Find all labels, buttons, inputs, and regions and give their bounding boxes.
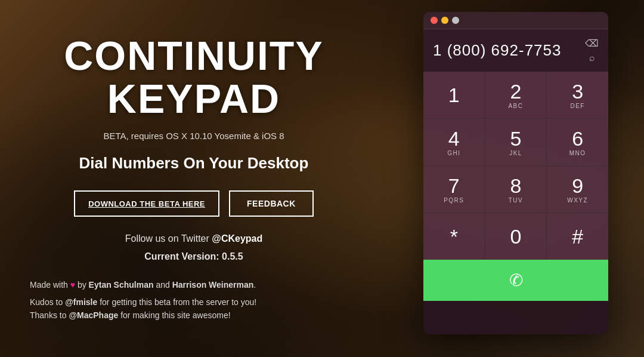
feedback-button[interactable]: FEEDBACK: [229, 190, 314, 217]
left-panel: CONTINUITY KEYPAD BETA, requires OS X 10…: [0, 0, 388, 357]
key-number-3: 3: [572, 81, 583, 101]
key-number-0: 0: [510, 226, 522, 247]
close-button-dot[interactable]: [431, 17, 438, 24]
kudos-handle2: @MacPhage: [69, 310, 118, 320]
subtitle-text: BETA, requires OS X 10.10 Yosemite & iOS…: [103, 131, 284, 141]
zoom-button-dot[interactable]: [452, 17, 459, 24]
author2: Harrison Weinerman: [172, 280, 254, 290]
action-buttons: DOWNLOAD THE BETA HERE FEEDBACK: [74, 190, 314, 217]
made-with-prefix: Made with: [30, 280, 70, 290]
window-titlebar: [423, 12, 608, 29]
key-letters-2: ABC: [508, 103, 523, 109]
twitter-handle: @CKeypad: [212, 233, 262, 244]
phone-number-bar: 1 (800) 692-7753 ⌫ ⌕: [423, 29, 608, 72]
key-*[interactable]: *: [423, 213, 485, 260]
key-number-4: 4: [448, 128, 460, 149]
key-letters-5: JKL: [509, 150, 522, 156]
heart-icon: ♥: [70, 280, 75, 290]
key-2[interactable]: 2ABC: [485, 72, 547, 118]
credits-text: Made with ♥ by Eytan Schulman and Harris…: [24, 280, 364, 290]
key-number-9: 9: [572, 176, 583, 196]
key-number-8: 8: [510, 176, 522, 196]
key-letters-3: DEF: [570, 103, 585, 109]
twitter-prefix: Follow us on Twitter: [125, 233, 212, 244]
twitter-follow-text: Follow us on Twitter @CKeypad: [125, 233, 263, 244]
key-3[interactable]: 3DEF: [547, 72, 608, 118]
key-1[interactable]: 1: [423, 72, 485, 118]
phone-action-icons: ⌫ ⌕: [585, 38, 599, 63]
key-6[interactable]: 6MNO: [547, 119, 608, 165]
key-number-5: 5: [510, 128, 522, 149]
key-letters-4: GHI: [447, 150, 460, 156]
phone-number-display: 1 (800) 692-7753: [433, 41, 561, 60]
key-5[interactable]: 5JKL: [485, 119, 547, 165]
kudos-prefix2: Thanks to: [30, 310, 69, 320]
version-text: Current Version: 0.5.5: [144, 251, 243, 262]
key-number-6: 6: [572, 128, 583, 149]
made-with-suffix: by: [75, 280, 89, 290]
backspace-icon[interactable]: ⌫: [585, 38, 599, 49]
kudos-text: Kudos to @fmisle for getting this beta f…: [24, 296, 364, 322]
keypad-grid: 12ABC3DEF4GHI5JKL6MNO7PQRS8TUV9WXYZ*0#: [423, 72, 608, 260]
author1: Eytan Schulman: [89, 280, 154, 290]
title-line2: KEYPAD: [107, 76, 280, 121]
made-with-end: .: [253, 280, 256, 290]
made-with-and: and: [154, 280, 172, 290]
download-button[interactable]: DOWNLOAD THE BETA HERE: [74, 190, 219, 217]
kudos-suffix2: for making this site awesome!: [118, 310, 230, 320]
kudos-prefix1: Kudos to: [30, 297, 65, 307]
key-number-7: 7: [448, 176, 460, 196]
key-number-#: #: [572, 226, 583, 247]
key-8[interactable]: 8TUV: [485, 166, 547, 213]
tagline-text: Dial Numbers On Your Desktop: [79, 154, 309, 173]
key-letters-8: TUV: [509, 197, 524, 204]
key-7[interactable]: 7PQRS: [423, 166, 485, 213]
key-letters-6: MNO: [569, 150, 586, 156]
key-number-2: 2: [510, 81, 522, 101]
kudos-handle1: @fmisle: [65, 297, 97, 307]
key-#[interactable]: #: [547, 213, 608, 260]
phone-keypad-window: 1 (800) 692-7753 ⌫ ⌕ 12ABC3DEF4GHI5JKL6M…: [423, 12, 608, 334]
app-title: CONTINUITY KEYPAD: [64, 35, 324, 120]
key-letters-7: PQRS: [444, 197, 464, 204]
key-number-*: *: [450, 226, 458, 247]
key-9[interactable]: 9WXYZ: [547, 166, 608, 213]
title-line1: CONTINUITY: [64, 33, 324, 78]
kudos-suffix1: for getting this beta from the server to…: [97, 297, 256, 307]
key-4[interactable]: 4GHI: [423, 119, 485, 165]
call-button[interactable]: ✆: [423, 260, 608, 301]
traffic-lights: [431, 17, 459, 24]
key-number-1: 1: [448, 85, 460, 105]
search-icon[interactable]: ⌕: [589, 53, 595, 63]
minimize-button-dot[interactable]: [441, 17, 448, 24]
key-letters-9: WXYZ: [567, 197, 588, 204]
phone-icon: ✆: [509, 270, 523, 290]
key-0[interactable]: 0: [485, 213, 547, 260]
